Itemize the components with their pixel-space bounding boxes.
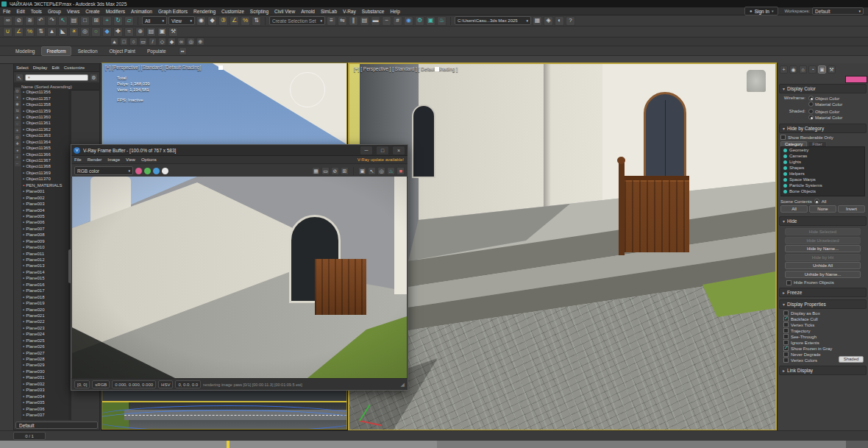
utilities-tool-icon[interactable]: ⚒ bbox=[168, 27, 178, 37]
menu-item[interactable]: Civil View bbox=[271, 9, 298, 14]
display-property-row[interactable]: Vertex Ticks bbox=[779, 322, 867, 328]
menu-item[interactable]: V-Ray bbox=[340, 9, 359, 14]
angle-snap-icon[interactable]: ∠ bbox=[230, 16, 239, 26]
select-and-scale-icon[interactable]: ▱ bbox=[124, 16, 134, 26]
menu-item[interactable]: Scripting bbox=[247, 9, 271, 14]
rollout-display-properties[interactable]: ▾ Display Properties bbox=[779, 299, 867, 309]
list-item[interactable]: ▪ Plane018 bbox=[21, 294, 68, 299]
time-slider-handle[interactable] bbox=[227, 441, 230, 448]
civil-view-icon[interactable]: ◈ bbox=[544, 16, 553, 26]
list-item[interactable]: ▪ Plane017 bbox=[21, 288, 68, 294]
create-tab-icon[interactable]: + bbox=[780, 65, 788, 74]
category-tab[interactable]: Category bbox=[780, 141, 807, 146]
category-item[interactable]: Geometry bbox=[781, 147, 864, 153]
menu-item[interactable]: Rendering bbox=[191, 9, 218, 14]
category-item[interactable]: Space Warps bbox=[781, 177, 864, 182]
srgb-toggle[interactable]: sRGB bbox=[92, 380, 110, 388]
rollout-link-display[interactable]: ▸ Link Display bbox=[779, 366, 867, 375]
vfb-menu-item[interactable]: File bbox=[71, 157, 85, 162]
space-warp-tool-icon[interactable]: ≈ bbox=[124, 27, 134, 37]
select-and-rotate-icon[interactable]: ↻ bbox=[113, 16, 123, 26]
window-crossing-icon[interactable]: ⊞ bbox=[91, 16, 101, 26]
sphere-primitive-icon[interactable]: ○ bbox=[129, 38, 138, 46]
menu-item[interactable]: Modifiers bbox=[103, 9, 128, 14]
utilities-tab-icon[interactable]: ⚒ bbox=[828, 65, 836, 74]
hide-action-button[interactable]: Hide by Name... bbox=[785, 245, 861, 252]
hide-action-button[interactable]: Unhide All bbox=[785, 262, 861, 269]
snaps-magnet-icon[interactable]: ∪ bbox=[3, 27, 13, 37]
category-action-button[interactable]: Invert bbox=[838, 205, 865, 213]
list-item[interactable]: ▪ Object11363 bbox=[21, 132, 68, 138]
display-property-row[interactable]: Show Frozen in Gray bbox=[779, 346, 867, 352]
list-item[interactable]: ▪ Object11360 bbox=[21, 114, 68, 120]
ribbon-config-icon[interactable]: ▪▪ bbox=[179, 47, 187, 55]
loop-select-icon[interactable]: ∞ bbox=[177, 38, 185, 46]
list-item[interactable]: ▪ Object11370 bbox=[21, 176, 68, 182]
help-icon[interactable]: ? bbox=[566, 16, 575, 26]
vfb-title-bar[interactable]: V V-Ray Frame Buffer - [100.0% of 767 x … bbox=[71, 145, 408, 156]
explorer-search-input[interactable]: ▾ bbox=[25, 74, 88, 81]
modify-tab-icon[interactable]: ◉ bbox=[789, 65, 797, 74]
modeling-tool-icon[interactable]: ◣ bbox=[58, 27, 68, 37]
object-color-swatch[interactable] bbox=[845, 76, 867, 83]
list-item[interactable]: ▪ Plane004 bbox=[21, 207, 68, 213]
align-icon[interactable]: ∥ bbox=[349, 16, 358, 26]
list-item[interactable]: ▪ Plane001 bbox=[21, 188, 68, 194]
mirror-icon[interactable]: ⇋ bbox=[338, 16, 347, 26]
menu-item[interactable]: SimLab bbox=[318, 9, 340, 14]
rollout-display-color[interactable]: ▾ Display Color bbox=[779, 84, 867, 93]
viewport-label[interactable]: [+] [Perspective] [Standard] [Default Sh… bbox=[105, 65, 201, 70]
scene-contents-radio[interactable] bbox=[814, 199, 819, 204]
render-setup-icon[interactable]: ⚙ bbox=[415, 16, 424, 26]
light-tool-icon[interactable]: ☀ bbox=[69, 27, 79, 37]
unlink-selection-icon[interactable]: ⊘ bbox=[14, 16, 24, 26]
time-slider[interactable] bbox=[0, 441, 868, 448]
asset-tracking-icon[interactable]: ▦ bbox=[533, 16, 542, 26]
category-action-button[interactable]: None bbox=[809, 205, 836, 213]
border-mode-icon[interactable]: ◇ bbox=[158, 38, 166, 46]
viewport-right[interactable]: [+] [ Perspective ] [ Standard ] [ Defau… bbox=[349, 64, 775, 430]
list-item[interactable]: ▪ Object11362 bbox=[21, 127, 68, 132]
list-item[interactable]: ▪ Plane026 bbox=[21, 344, 68, 349]
edge-mode-icon[interactable]: / bbox=[149, 38, 157, 46]
hide-frozen-objects-checkbox[interactable]: Hide Frozen Objects bbox=[778, 279, 868, 285]
list-item[interactable]: ▪ Object11361 bbox=[21, 120, 68, 126]
list-item[interactable]: ▪ Plane027 bbox=[21, 349, 68, 355]
mono-channel-toggle[interactable] bbox=[162, 168, 168, 174]
hide-action-button[interactable]: Hide Selected bbox=[785, 228, 861, 235]
select-and-link-icon[interactable]: ∞ bbox=[3, 16, 13, 26]
display-tool-icon[interactable]: ▣ bbox=[157, 27, 167, 37]
selection-filter-dropdown[interactable]: All▾ bbox=[142, 16, 167, 25]
spinner-snap-2-icon[interactable]: ⇅ bbox=[36, 27, 46, 37]
list-item[interactable]: ▪ Plane036 bbox=[21, 405, 68, 411]
percent-snap-2-icon[interactable]: % bbox=[25, 27, 35, 37]
camera-tool-icon[interactable]: ◎ bbox=[80, 27, 90, 37]
find-object-icon[interactable]: ◎ bbox=[15, 88, 21, 93]
toggle-ribbon-icon[interactable]: ▬ bbox=[371, 16, 380, 26]
filter-tab[interactable]: Filter bbox=[808, 141, 826, 146]
list-item[interactable]: ▪ Plane008 bbox=[21, 232, 68, 238]
explorer-menu-item[interactable]: Select bbox=[14, 65, 31, 70]
use-pivot-center-icon[interactable]: ◉ bbox=[196, 16, 206, 26]
box-primitive-icon[interactable]: □ bbox=[120, 38, 128, 46]
filter-cameras-icon[interactable]: ◎ bbox=[15, 134, 21, 140]
filter-shapes-icon[interactable]: ○ bbox=[15, 121, 21, 127]
rollout-freeze[interactable]: ▸ Freeze bbox=[779, 288, 867, 297]
viewport-label[interactable]: [+] [ Perspective ] [ Standard ] [ Defau… bbox=[354, 66, 458, 71]
wireframe-material-color-radio[interactable]: Material Color bbox=[808, 102, 842, 107]
snaps-toggle-icon[interactable]: ③ bbox=[218, 16, 228, 26]
vfb-menu-item[interactable]: Image bbox=[104, 157, 123, 162]
list-item[interactable]: ▪ Plane034 bbox=[21, 393, 68, 399]
rollout-hide-by-category[interactable]: ▾ Hide by Category bbox=[779, 124, 867, 133]
lock-selection-icon[interactable]: ◉ bbox=[15, 101, 21, 107]
list-item[interactable]: ▪ Plane014 bbox=[21, 269, 68, 275]
ribbon-tab[interactable]: Modeling bbox=[10, 46, 40, 56]
list-item[interactable]: ▪ Object11366 bbox=[21, 151, 68, 157]
polygon-tool-icon[interactable]: ▲ bbox=[47, 27, 57, 37]
category-item[interactable]: Cameras bbox=[781, 153, 864, 159]
sync-selection-icon[interactable]: ⇆ bbox=[15, 107, 21, 113]
menu-item[interactable]: Views bbox=[64, 9, 82, 14]
filter-geometry-icon[interactable]: ▲ bbox=[15, 114, 21, 120]
vray-update-notice[interactable]: V-Ray update available! bbox=[357, 157, 404, 162]
list-item[interactable]: ▪ Plane031 bbox=[21, 374, 68, 380]
